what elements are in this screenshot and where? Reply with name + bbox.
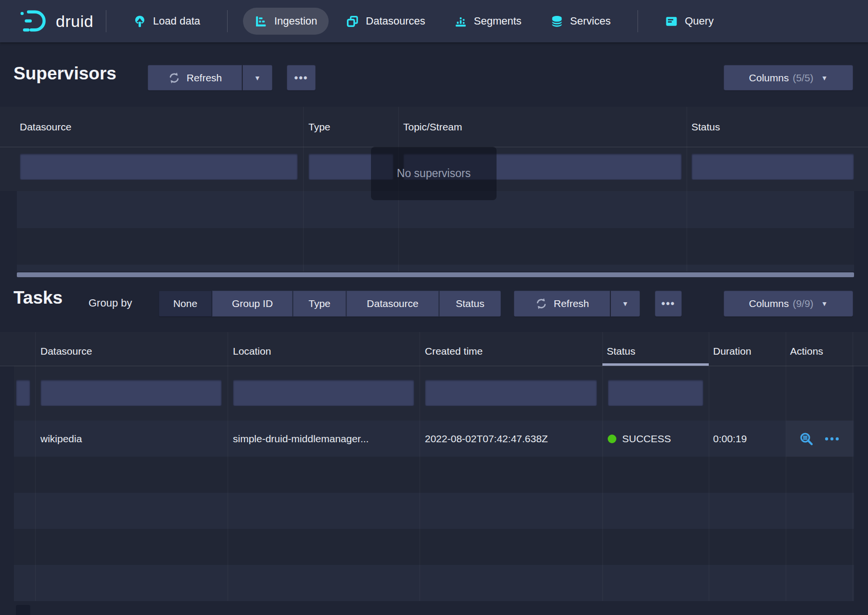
nav-segments[interactable]: Segments: [443, 8, 533, 35]
table-row: [14, 493, 854, 529]
segments-icon: [454, 15, 467, 28]
druid-logo[interactable]: druid: [19, 7, 93, 35]
column-border: [228, 332, 228, 601]
table-row: [17, 228, 854, 265]
column-border: [35, 332, 36, 601]
group-by-datasource-button[interactable]: Datasource: [346, 291, 439, 317]
group-by-button-group: None Group ID Type Datasource Status: [159, 291, 501, 317]
columns-label: Columns: [749, 298, 789, 309]
nav-divider: [638, 10, 638, 32]
nav-divider: [106, 10, 106, 32]
upload-icon: [133, 15, 146, 28]
cell-actions: [786, 421, 853, 457]
datasources-icon: [346, 15, 359, 28]
column-border: [853, 332, 853, 601]
success-dot-icon: [608, 435, 616, 443]
nav-label: Query: [685, 15, 714, 27]
col-header-type[interactable]: Type: [308, 121, 331, 133]
filter-created-time-input[interactable]: [425, 380, 597, 406]
refresh-icon: [168, 72, 180, 84]
nav-ingestion[interactable]: Ingestion: [243, 8, 329, 35]
supervisors-refresh-caret-button[interactable]: ▼: [243, 65, 272, 90]
nav-divider: [227, 10, 228, 32]
col-header-datasource[interactable]: Datasource: [20, 121, 71, 133]
supervisors-columns-button[interactable]: Columns (5/5) ▼: [724, 65, 853, 90]
column-border: [709, 332, 709, 601]
chevron-down-icon: ▼: [622, 300, 629, 307]
col-header-actions[interactable]: Actions: [790, 346, 823, 357]
cutoff-filter-input[interactable]: [16, 605, 30, 615]
query-icon: [665, 15, 678, 28]
chevron-down-icon: ▼: [821, 300, 828, 307]
filter-datasource-input[interactable]: [40, 380, 222, 406]
nav-label: Datasources: [366, 15, 425, 27]
refresh-icon: [535, 297, 548, 310]
logo-wordmark: druid: [56, 12, 93, 31]
filter-datasource-input[interactable]: [20, 154, 298, 180]
filter-status-input[interactable]: [691, 154, 854, 180]
cell-created-time: 2022-08-02T07:42:47.638Z: [425, 421, 548, 457]
more-icon: •••: [661, 297, 675, 310]
nav-datasources[interactable]: Datasources: [334, 8, 437, 35]
table-row: [14, 457, 854, 493]
cell-status: SUCCESS: [608, 421, 671, 457]
columns-count: (9/9): [792, 298, 813, 309]
filter-status-input[interactable]: [608, 380, 703, 406]
task-detail-magnifier-icon[interactable]: [799, 432, 814, 446]
filter-location-input[interactable]: [233, 380, 414, 406]
tasks-title: Tasks: [13, 288, 63, 308]
empty-message: No supervisors: [397, 167, 471, 180]
supervisors-title: Supervisors: [13, 64, 116, 84]
column-border: [303, 107, 304, 271]
horizontal-scrollbar[interactable]: [17, 272, 854, 277]
col-header-created-time[interactable]: Created time: [425, 346, 483, 357]
nav-services[interactable]: Services: [539, 8, 622, 35]
supervisors-refresh-button[interactable]: Refresh: [148, 65, 242, 90]
column-border: [602, 332, 603, 601]
filter-first-col-input[interactable]: [16, 380, 30, 406]
cell-datasource: wikipedia: [40, 421, 82, 457]
group-by-group-id-button[interactable]: Group ID: [212, 291, 293, 317]
column-border: [786, 332, 786, 601]
nav-label: Load data: [153, 15, 200, 27]
supervisors-more-button[interactable]: •••: [287, 65, 316, 90]
status-text: SUCCESS: [622, 433, 671, 445]
supervisors-table: Datasource Type Topic/Stream Status No s…: [0, 107, 868, 277]
col-header-status[interactable]: Status: [691, 121, 720, 133]
druid-logo-icon: [19, 7, 50, 35]
table-row: [14, 565, 854, 601]
chevron-down-icon: ▼: [821, 75, 828, 81]
col-header-topic-stream[interactable]: Topic/Stream: [403, 121, 462, 133]
cell-location: simple-druid-middlemanager...: [233, 421, 369, 457]
columns-count: (5/5): [792, 72, 813, 84]
col-header-location[interactable]: Location: [233, 346, 271, 357]
nav-label: Services: [570, 15, 611, 27]
tasks-refresh-caret-button[interactable]: ▼: [611, 291, 640, 317]
group-by-label: Group by: [89, 297, 132, 309]
nav-label: Ingestion: [274, 15, 317, 27]
col-header-datasource[interactable]: Datasource: [40, 346, 92, 357]
group-by-none-button[interactable]: None: [159, 291, 212, 317]
columns-label: Columns: [749, 72, 789, 84]
col-header-status[interactable]: Status: [607, 346, 636, 357]
task-actions-more-icon[interactable]: [824, 436, 840, 441]
druid-console: druid Load data: [0, 0, 868, 615]
group-by-status-button[interactable]: Status: [439, 291, 501, 317]
services-icon: [550, 15, 563, 28]
group-by-type-button[interactable]: Type: [293, 291, 346, 317]
nav-label: Segments: [474, 15, 522, 27]
tasks-refresh-button[interactable]: Refresh: [514, 291, 610, 317]
col-header-duration[interactable]: Duration: [713, 346, 751, 357]
cell-duration: 0:00:19: [713, 421, 747, 457]
refresh-label: Refresh: [554, 298, 589, 309]
no-supervisors-overlay: No supervisors: [371, 147, 497, 200]
nav-query[interactable]: Query: [653, 8, 725, 35]
ingestion-icon: [255, 15, 268, 28]
tasks-table: Datasource Location Created time Status …: [0, 332, 868, 601]
tasks-columns-button[interactable]: Columns (9/9) ▼: [724, 291, 853, 317]
more-icon: •••: [294, 72, 308, 84]
column-border: [420, 332, 420, 601]
tasks-more-button[interactable]: •••: [655, 291, 682, 317]
refresh-label: Refresh: [187, 72, 222, 84]
nav-load-data[interactable]: Load data: [122, 8, 212, 35]
